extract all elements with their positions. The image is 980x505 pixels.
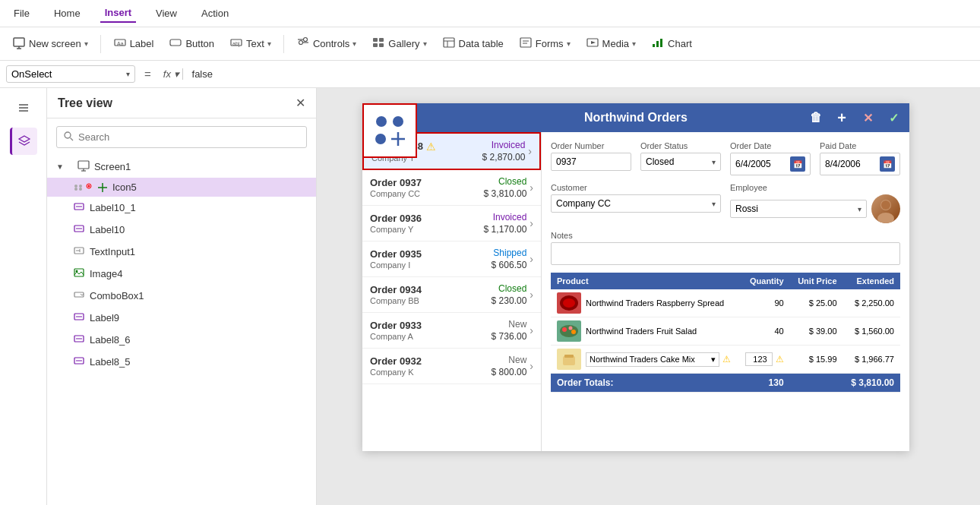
order-company: Company Y xyxy=(370,225,484,234)
order-arrow: › xyxy=(530,217,533,229)
detail-row-1: Order Number 0937 Order Status Closed ▾ xyxy=(551,141,900,175)
tree-search-box[interactable] xyxy=(56,126,307,148)
menu-file[interactable]: File xyxy=(9,5,34,22)
text-button[interactable]: ab| Text ▾ xyxy=(223,32,277,55)
close-header-icon[interactable]: ✕ xyxy=(858,108,877,128)
order-date-calendar-icon[interactable]: 📅 xyxy=(790,156,805,172)
totals-empty xyxy=(790,374,843,393)
menu-action[interactable]: Action xyxy=(197,5,233,22)
search-input[interactable] xyxy=(78,131,300,143)
order-num: Order 0934 xyxy=(370,284,422,295)
warning-icon: ⚠ xyxy=(426,140,436,153)
tree-close-button[interactable]: ✕ xyxy=(296,96,305,110)
property-selector[interactable]: OnSelect ▾ xyxy=(6,65,135,83)
orders-list: Order 0938 ⚠ Company T Invoiced $ 2,870.… xyxy=(362,132,542,451)
menu-home[interactable]: Home xyxy=(49,5,85,22)
tree-item-textinput1[interactable]: TextInput1 xyxy=(47,241,316,263)
svg-marker-23 xyxy=(591,41,596,44)
formula-value[interactable]: false xyxy=(192,68,213,80)
northwind-header: Northwind Orders 🗑 + ✕ ✓ xyxy=(362,103,909,132)
fx-label: fx ▾ xyxy=(160,68,183,80)
property-value: OnSelect xyxy=(11,68,52,80)
data-table-button[interactable]: Data table xyxy=(436,32,510,55)
unit-price-col-header: Unit Price xyxy=(790,273,843,289)
paid-date-input[interactable]: 8/4/2006 📅 xyxy=(820,153,900,175)
menu-view[interactable]: View xyxy=(151,5,182,22)
table-row[interactable]: Northwind Traders Fruit Salad 40 $ 39.00… xyxy=(551,317,900,346)
menu-insert[interactable]: Insert xyxy=(100,4,136,23)
chart-button[interactable]: Chart xyxy=(645,32,698,55)
trash-icon[interactable]: 🗑 xyxy=(806,108,826,128)
gallery-caret: ▾ xyxy=(423,39,427,48)
svg-point-39 xyxy=(79,188,82,191)
checkmark-icon[interactable]: ✓ xyxy=(884,108,903,128)
employee-dropdown-caret: ▾ xyxy=(858,205,861,213)
order-status: Shipped xyxy=(493,248,526,258)
sidebar-menu-icon[interactable] xyxy=(10,94,37,122)
order-item-0937[interactable]: Order 0937 Company CC Closed $ 3,810.00 … xyxy=(362,170,541,206)
order-item-0935[interactable]: Order 0935 Company I Shipped $ 606.50 › xyxy=(362,241,541,277)
svg-point-10 xyxy=(303,38,307,42)
svg-text:ab|: ab| xyxy=(232,41,240,47)
tree-title: Tree view xyxy=(58,96,112,110)
notes-input[interactable] xyxy=(551,242,900,265)
table-row[interactable]: Northwind Traders Raspberry Spread 90 $ … xyxy=(551,289,900,317)
svg-point-70 xyxy=(571,330,576,334)
controls-button[interactable]: Controls ▾ xyxy=(290,32,362,55)
new-screen-button[interactable]: New screen ▾ xyxy=(6,32,94,55)
controls-icon xyxy=(296,36,310,52)
forms-button[interactable]: Forms ▾ xyxy=(513,32,577,55)
order-number-input[interactable]: 0937 xyxy=(551,153,631,171)
tree-item-combobox1[interactable]: ComboBox1 xyxy=(47,285,316,307)
order-item-0933[interactable]: Order 0933 Company A New $ 736.00 › xyxy=(362,313,541,349)
forms-icon xyxy=(519,36,533,52)
text-label: Text xyxy=(246,38,264,49)
tree-item-label8-5[interactable]: Label8_5 xyxy=(47,351,316,373)
expand-icon-screen1: ▼ xyxy=(56,163,64,171)
label8-6-tree-icon xyxy=(73,333,85,347)
svg-point-38 xyxy=(74,188,77,191)
order-date-label: Order Date xyxy=(730,141,811,150)
svg-point-37 xyxy=(79,185,82,188)
order-status-label: Order Status xyxy=(640,141,721,150)
order-right: Closed $ 230.00 xyxy=(492,283,527,306)
extended-cell: $ 2,250.00 xyxy=(843,289,900,317)
employee-input[interactable]: Rossi ▾ xyxy=(730,200,867,218)
sidebar-layers-icon[interactable] xyxy=(10,128,37,155)
order-right: New $ 800.00 xyxy=(492,355,527,377)
order-date-input[interactable]: 6/4/2005 📅 xyxy=(730,153,811,175)
svg-rect-72 xyxy=(564,355,574,358)
order-item-0934[interactable]: Order 0934 Company BB Closed $ 230.00 › xyxy=(362,277,541,313)
totals-row: Order Totals: 130 $ 3,810.00 xyxy=(551,374,900,393)
customer-input[interactable]: Company CC ▾ xyxy=(551,194,721,213)
totals-amount: $ 3,810.00 xyxy=(843,374,900,393)
add-icon[interactable]: + xyxy=(832,108,852,128)
equals-sign: = xyxy=(140,68,156,80)
search-icon xyxy=(63,131,74,144)
tree-item-label8-6[interactable]: Label8_6 xyxy=(47,329,316,351)
detail-row-2: Customer Company CC ▾ Employee Rossi xyxy=(551,183,900,223)
media-button[interactable]: Media ▾ xyxy=(580,32,642,55)
order-info: Order 0937 Company CC xyxy=(370,177,484,198)
label-button[interactable]: Aa Label xyxy=(107,32,160,55)
button-button[interactable]: Button xyxy=(163,32,220,55)
table-row[interactable]: Northwind Traders Cake Mix ▾ ⚠ xyxy=(551,346,900,374)
tree-item-label10[interactable]: Label10 xyxy=(47,219,316,241)
gallery-label: Gallery xyxy=(388,38,419,49)
icon5-selected-overlay[interactable] xyxy=(362,103,417,158)
order-amount: $ 1,170.00 xyxy=(484,224,527,235)
tree-item-screen1[interactable]: ▼ Screen1 xyxy=(47,156,316,178)
paid-date-calendar-icon[interactable]: 📅 xyxy=(880,156,895,172)
order-status-input[interactable]: Closed ▾ xyxy=(640,153,721,171)
header-icons: 🗑 + ✕ ✓ xyxy=(806,108,903,128)
order-item-0936[interactable]: Order 0936 Company Y Invoiced $ 1,170.00… xyxy=(362,206,541,241)
tree-item-label9[interactable]: Label9 xyxy=(47,307,316,329)
gallery-button[interactable]: Gallery ▾ xyxy=(365,32,432,55)
tree-item-icon5[interactable]: Icon5 xyxy=(47,178,316,197)
tree-item-image4[interactable]: Image4 xyxy=(47,263,316,285)
order-info: Order 0934 Company BB xyxy=(370,284,492,305)
order-amount: $ 606.50 xyxy=(492,260,527,270)
order-item-0932[interactable]: Order 0932 Company K New $ 800.00 › xyxy=(362,349,541,384)
svg-text:Aa: Aa xyxy=(117,41,124,46)
tree-item-label10-1[interactable]: Label10_1 xyxy=(47,197,316,219)
